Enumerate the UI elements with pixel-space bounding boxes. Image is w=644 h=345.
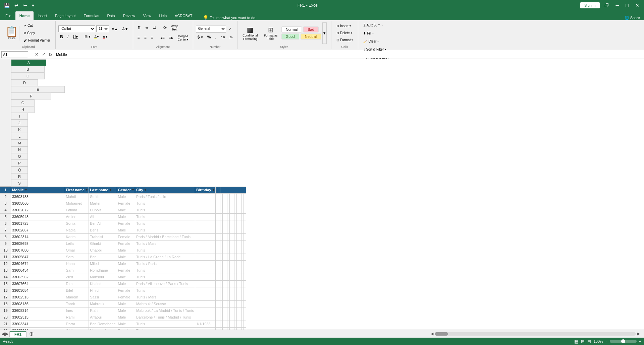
- cell-J4[interactable]: [222, 207, 225, 213]
- cell-K16[interactable]: [225, 287, 227, 294]
- format-btn[interactable]: ⊟ Format ▾: [334, 37, 356, 44]
- copy-button[interactable]: ⧉ Copy: [21, 30, 53, 37]
- cell-G10[interactable]: [215, 247, 218, 254]
- cell-M11[interactable]: [229, 254, 232, 260]
- cell-G19[interactable]: [215, 307, 218, 314]
- cell-M2[interactable]: [229, 193, 232, 200]
- cell-R22[interactable]: [241, 327, 244, 330]
- cell-Q15[interactable]: [239, 280, 241, 287]
- cell-L9[interactable]: [227, 240, 229, 247]
- cell-G5[interactable]: [215, 213, 218, 220]
- cell-A3[interactable]: 33605060: [11, 200, 65, 207]
- cell-B16[interactable]: Bilel: [65, 287, 89, 294]
- cell-R8[interactable]: [241, 233, 244, 240]
- row-num-2[interactable]: 2: [0, 193, 11, 200]
- row-num-16[interactable]: 16: [0, 287, 11, 294]
- cell-G15[interactable]: [215, 280, 218, 287]
- cell-J14[interactable]: [222, 274, 225, 280]
- cell-I20[interactable]: [220, 314, 222, 321]
- cell-C7[interactable]: Bens: [89, 227, 117, 233]
- cell-O7[interactable]: [234, 227, 236, 233]
- cell-C22[interactable]: Hamrouni: [89, 327, 117, 330]
- cell-E12[interactable]: Tunis / Paris: [135, 260, 195, 267]
- scroll-sheets-right-btn[interactable]: ▶: [5, 331, 9, 336]
- cell-P10[interactable]: [236, 247, 239, 254]
- cell-O16[interactable]: [234, 287, 236, 294]
- cell-N9[interactable]: [232, 240, 234, 247]
- cell-R14[interactable]: [241, 274, 244, 280]
- cell-S12[interactable]: [244, 260, 246, 267]
- col-header-I[interactable]: I: [11, 113, 28, 120]
- cell-P6[interactable]: [236, 220, 239, 227]
- cell-E3[interactable]: Tunis: [135, 200, 195, 207]
- cell-J12[interactable]: [222, 260, 225, 267]
- cell-R12[interactable]: [241, 260, 244, 267]
- col-header-S[interactable]: S: [11, 180, 28, 187]
- cell-Q12[interactable]: [239, 260, 241, 267]
- cell-H8[interactable]: [218, 233, 220, 240]
- cell-P5[interactable]: [236, 213, 239, 220]
- cell-J5[interactable]: [222, 213, 225, 220]
- cancel-formula-btn[interactable]: ✕: [34, 52, 40, 57]
- cell-A22[interactable]: 33605381: [11, 327, 65, 330]
- cell-D20[interactable]: Male: [117, 314, 135, 321]
- col-header-A[interactable]: A: [11, 59, 46, 66]
- fill-color-button[interactable]: A ▾: [93, 33, 100, 40]
- cell-O15[interactable]: [234, 280, 236, 287]
- cell-E16[interactable]: Tunis: [135, 287, 195, 294]
- clear-btn[interactable]: 🧹 Clear ▾: [361, 38, 393, 45]
- cell-K8[interactable]: [225, 233, 227, 240]
- cell-C21[interactable]: Ben Romdhane: [89, 321, 117, 327]
- cell-F20[interactable]: [195, 314, 215, 321]
- cell-F5[interactable]: [195, 213, 215, 220]
- decrease-font-btn[interactable]: A▼: [120, 25, 130, 32]
- cell-B9[interactable]: Leila: [65, 240, 89, 247]
- cell-M22[interactable]: [229, 327, 232, 330]
- cell-I3[interactable]: [220, 200, 222, 207]
- cell-L7[interactable]: [227, 227, 229, 233]
- tab-review[interactable]: Review: [119, 11, 139, 20]
- align-center-btn[interactable]: ≡: [143, 34, 148, 41]
- cell-Q11[interactable]: [239, 254, 241, 260]
- col-header-K[interactable]: K: [11, 126, 28, 133]
- cell-D22[interactable]: Female: [117, 327, 135, 330]
- sheet-tab-FR1[interactable]: FR1: [9, 331, 26, 337]
- number-format-select[interactable]: General: [196, 25, 226, 32]
- cell-L3[interactable]: [227, 200, 229, 207]
- cell-P3[interactable]: [236, 200, 239, 207]
- cell-I14[interactable]: [220, 274, 222, 280]
- cell-I11[interactable]: [220, 254, 222, 260]
- cell-E15[interactable]: Paris / Villeneuve / Paris / Tunis: [135, 280, 195, 287]
- cell-G21[interactable]: [215, 321, 218, 327]
- cell-P12[interactable]: [236, 260, 239, 267]
- tab-insert[interactable]: Insert: [34, 11, 51, 20]
- cell-P22[interactable]: [236, 327, 239, 330]
- cell-G13[interactable]: [215, 267, 218, 274]
- cell-N13[interactable]: [232, 267, 234, 274]
- cell-S3[interactable]: [244, 200, 246, 207]
- cell-O10[interactable]: [234, 247, 236, 254]
- cell-P18[interactable]: [236, 300, 239, 307]
- cell-H13[interactable]: [218, 267, 220, 274]
- cell-Q7[interactable]: [239, 227, 241, 233]
- cell-E19[interactable]: Mabrouk / La Madrid / Tunis / Tunis: [135, 307, 195, 314]
- cell-R17[interactable]: [241, 294, 244, 300]
- cell-B2[interactable]: Mahdi: [65, 193, 89, 200]
- ribbon-display-button[interactable]: 🗗: [602, 2, 611, 9]
- header-lastname[interactable]: Last name ▾: [89, 187, 117, 193]
- cell-B15[interactable]: Rim: [65, 280, 89, 287]
- cell-J17[interactable]: [222, 294, 225, 300]
- cell-H14[interactable]: [218, 274, 220, 280]
- cell-R5[interactable]: [241, 213, 244, 220]
- cell-F18[interactable]: [195, 300, 215, 307]
- cell-G6[interactable]: [215, 220, 218, 227]
- cell-L11[interactable]: [227, 254, 229, 260]
- cell-O8[interactable]: [234, 233, 236, 240]
- cell-H6[interactable]: [218, 220, 220, 227]
- horizontal-scrollbar[interactable]: [435, 332, 636, 336]
- cell-A7[interactable]: 33602687: [11, 227, 65, 233]
- zoom-thumb[interactable]: [621, 339, 625, 343]
- cell-M3[interactable]: [229, 200, 232, 207]
- cell-H11[interactable]: [218, 254, 220, 260]
- cell-M10[interactable]: [229, 247, 232, 254]
